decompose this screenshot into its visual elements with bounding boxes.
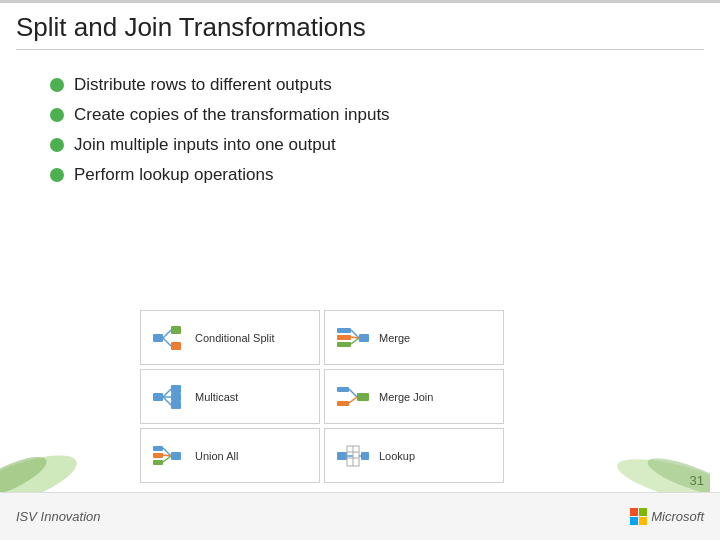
ms-green [639, 508, 647, 516]
svg-rect-6 [337, 335, 351, 340]
svg-rect-3 [171, 326, 181, 334]
ms-grid-icon [630, 508, 647, 525]
svg-rect-25 [153, 453, 163, 458]
svg-line-15 [163, 397, 171, 405]
conditional-split-label: Conditional Split [195, 332, 275, 344]
icon-cell-conditional-split: Conditional Split [140, 310, 320, 365]
svg-rect-5 [337, 328, 351, 333]
bullet-text: Join multiple inputs into one output [74, 135, 336, 155]
svg-line-21 [349, 389, 357, 397]
svg-rect-0 [153, 334, 163, 342]
svg-rect-31 [337, 452, 347, 460]
svg-rect-38 [361, 452, 369, 460]
svg-line-2 [163, 338, 171, 346]
bullet-item-b1: Distribute rows to different outputs [50, 75, 390, 95]
title-area: Split and Join Transformations [16, 12, 704, 50]
svg-line-9 [351, 337, 359, 338]
merge-label: Merge [379, 332, 410, 344]
bullet-list: Distribute rows to different outputsCrea… [50, 75, 390, 195]
decoration-swirl-right [570, 437, 710, 492]
svg-line-29 [163, 456, 171, 462]
bullet-dot [50, 168, 64, 182]
svg-line-22 [349, 397, 357, 403]
svg-line-1 [163, 330, 171, 338]
svg-rect-18 [171, 401, 181, 409]
bullet-item-b3: Join multiple inputs into one output [50, 135, 390, 155]
ms-yellow [639, 517, 647, 525]
lookup-label: Lookup [379, 450, 415, 462]
svg-rect-30 [171, 452, 181, 460]
svg-rect-7 [337, 342, 351, 347]
multicast-label: Multicast [195, 391, 238, 403]
bullet-dot [50, 78, 64, 92]
union-all-icon [151, 438, 187, 474]
footer-bar: ISV Innovation Microsoft [0, 492, 720, 540]
merge-join-label: Merge Join [379, 391, 433, 403]
icon-cell-merge: Merge [324, 310, 504, 365]
svg-rect-24 [153, 446, 163, 451]
top-border [0, 0, 720, 3]
svg-rect-23 [357, 393, 369, 401]
svg-rect-16 [171, 385, 181, 393]
conditional-split-icon [151, 320, 187, 356]
icon-cell-lookup: Lookup [324, 428, 504, 483]
svg-line-13 [163, 389, 171, 397]
bullet-text: Create copies of the transformation inpu… [74, 105, 390, 125]
svg-rect-19 [337, 387, 349, 392]
ms-red [630, 508, 638, 516]
union-all-label: Union All [195, 450, 238, 462]
svg-rect-26 [153, 460, 163, 465]
lookup-icon [335, 438, 371, 474]
icon-grid: Conditional Split Merge Multicast Merge … [140, 310, 504, 483]
svg-rect-20 [337, 401, 349, 406]
bullet-item-b4: Perform lookup operations [50, 165, 390, 185]
svg-rect-4 [171, 342, 181, 350]
bullet-dot [50, 108, 64, 122]
merge-join-icon [335, 379, 371, 415]
merge-icon [335, 320, 371, 356]
bullet-text: Perform lookup operations [74, 165, 273, 185]
svg-rect-17 [171, 393, 181, 401]
bullet-text: Distribute rows to different outputs [74, 75, 332, 95]
page-title: Split and Join Transformations [16, 12, 704, 50]
microsoft-logo: Microsoft [630, 508, 704, 525]
svg-line-10 [351, 338, 359, 344]
icon-cell-union-all: Union All [140, 428, 320, 483]
isv-label: ISV Innovation [16, 509, 101, 524]
ms-blue [630, 517, 638, 525]
icon-cell-multicast: Multicast [140, 369, 320, 424]
bullet-dot [50, 138, 64, 152]
svg-rect-12 [153, 393, 163, 401]
multicast-icon [151, 379, 187, 415]
ms-logo-text: Microsoft [651, 509, 704, 524]
bullet-item-b2: Create copies of the transformation inpu… [50, 105, 390, 125]
svg-rect-11 [359, 334, 369, 342]
svg-line-28 [163, 455, 171, 456]
icon-cell-merge-join: Merge Join [324, 369, 504, 424]
decoration-swirl-left [0, 432, 110, 492]
